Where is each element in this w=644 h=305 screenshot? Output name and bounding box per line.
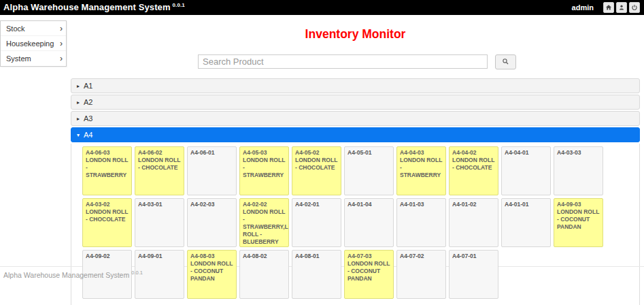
menu-item-label: System (6, 54, 31, 63)
location-cell-A4-09-03[interactable]: A4-09-03 LONDON ROLL - COCONUT PANDAN (554, 198, 603, 247)
cell-product-name: LONDON ROLL - STRAWBERRY (243, 157, 286, 179)
location-cell-A4-03-02[interactable]: A4-03-02 LONDON ROLL - CHOCOLATE (82, 198, 132, 247)
location-cell-A4-06-03[interactable]: A4-06-03 LONDON ROLL - STRAWBERRY (82, 146, 132, 195)
cell-location-code: A4-08-01 (295, 253, 338, 260)
cell-product-name: LONDON ROLL - STRAWBERRY,LONDON ROLL - B… (243, 208, 286, 246)
search-button[interactable] (495, 54, 516, 69)
sidebar-item-housekeeping[interactable]: Housekeeping › (1, 36, 66, 51)
cell-location-code: A4-02-01 (295, 201, 338, 208)
location-cell-A4-02-01[interactable]: A4-02-01 (292, 198, 341, 247)
location-cell-A4-01-01[interactable]: A4-01-01 (501, 198, 551, 247)
cell-location-code: A4-07-03 (348, 253, 390, 260)
cell-product-name: LONDON ROLL - CHOCOLATE (295, 157, 338, 172)
cell-location-code: A4-07-01 (452, 253, 495, 260)
cell-location-code: A4-04-01 (505, 149, 547, 157)
caret-icon: ▸ (77, 99, 80, 106)
accordion-label: A3 (84, 114, 92, 123)
cell-location-code: A4-06-03 (86, 149, 129, 157)
footer-title-text: Alpha Warehouse Management System (3, 271, 129, 279)
footer-title: Alpha Warehouse Management System0.0.1 (3, 270, 143, 279)
location-cell-A4-04-03[interactable]: A4-04-03 LONDON ROLL - STRAWBERRY (396, 146, 446, 195)
rack-accordion: ▸ A1 ▸ A2 ▸ A3 ▾ A4 A4-06-03 LONDON ROLL… (71, 78, 640, 305)
cell-location-code: A4-09-03 (557, 201, 600, 208)
accordion-header-a4[interactable]: ▾ A4 (71, 127, 640, 142)
sidebar-menu: Stock › Housekeeping › System › (0, 20, 67, 67)
user-icon (618, 4, 625, 11)
accordion-header-a3[interactable]: ▸ A3 (71, 111, 640, 126)
user-button[interactable] (616, 2, 627, 13)
cell-location-code: A4-05-03 (243, 149, 286, 157)
home-button[interactable] (603, 2, 614, 13)
accordion-label: A1 (84, 82, 92, 90)
location-cell-A4-08-02[interactable]: A4-08-02 (239, 250, 289, 299)
topbar-right: admin (572, 2, 640, 13)
caret-icon: ▸ (77, 116, 80, 122)
location-cell-A4-07-01[interactable]: A4-07-01 (449, 250, 498, 299)
location-cell-A4-04-01[interactable]: A4-04-01 (501, 146, 551, 195)
location-cell-A4-06-01[interactable]: A4-06-01 (187, 146, 237, 195)
cell-product-name: LONDON ROLL - STRAWBERRY (86, 157, 129, 179)
cell-product-name: LONDON ROLL - COCONUT PANDAN (557, 208, 600, 231)
sidebar-item-system[interactable]: System › (1, 51, 66, 66)
caret-icon: ▸ (77, 83, 80, 89)
cell-location-code: A4-01-04 (348, 201, 390, 208)
cell-location-code: A4-05-02 (295, 149, 338, 157)
cell-location-code: A4-03-03 (557, 149, 600, 157)
accordion-header-a2[interactable]: ▸ A2 (71, 95, 640, 110)
accordion-label: A2 (84, 98, 92, 106)
location-cell-A4-08-03[interactable]: A4-08-03 LONDON ROLL - COCONUT PANDAN (187, 250, 237, 299)
cell-location-code: A4-03-01 (138, 201, 181, 208)
chevron-right-icon: › (60, 55, 63, 62)
cell-location-code: A4-04-03 (400, 149, 443, 157)
chevron-right-icon: › (60, 40, 63, 47)
cell-location-code: A4-06-02 (138, 149, 181, 157)
rack-a4-panel-body: A4-06-03 LONDON ROLL - STRAWBERRY A4-06-… (71, 144, 640, 305)
location-cell-A4-01-02[interactable]: A4-01-02 (449, 198, 498, 247)
cell-location-code: A4-03-02 (86, 201, 129, 208)
location-cell-A4-06-02[interactable]: A4-06-02 LONDON ROLL - CHOCOLATE (135, 146, 184, 195)
cell-location-code: A4-02-02 (243, 201, 286, 208)
location-cell-A4-01-04[interactable]: A4-01-04 (344, 198, 394, 247)
accordion-label: A4 (84, 131, 92, 139)
search-input[interactable] (198, 54, 488, 69)
location-cell-A4-07-02[interactable]: A4-07-02 (396, 250, 446, 299)
location-cell-A4-05-02[interactable]: A4-05-02 LONDON ROLL - CHOCOLATE (292, 146, 341, 195)
caret-icon: ▾ (77, 132, 80, 138)
page-title: Inventory Monitor (71, 27, 640, 42)
cell-product-name: LONDON ROLL - CHOCOLATE (138, 157, 181, 172)
cell-location-code: A4-04-02 (452, 149, 495, 157)
app-version: 0.0.1 (173, 2, 185, 8)
location-cell-A4-03-03[interactable]: A4-03-03 (554, 146, 603, 195)
menu-item-label: Stock (6, 25, 25, 33)
location-cell-A4-05-03[interactable]: A4-05-03 LONDON ROLL - STRAWBERRY (239, 146, 289, 195)
menu-item-label: Housekeeping (6, 39, 54, 48)
location-cell-A4-03-01[interactable]: A4-03-01 (135, 198, 184, 247)
magnifier-icon (502, 56, 509, 68)
location-cell-A4-01-03[interactable]: A4-01-03 (396, 198, 446, 247)
cell-product-name: LONDON ROLL - STRAWBERRY (400, 157, 443, 179)
accordion-headers: ▸ A1 ▸ A2 ▸ A3 ▾ A4 (71, 78, 640, 142)
location-cell-A4-05-01[interactable]: A4-05-01 (344, 146, 394, 195)
username: admin (572, 3, 594, 12)
cell-location-code: A4-06-01 (190, 149, 233, 157)
cell-product-name: LONDON ROLL - COCONUT PANDAN (190, 260, 233, 283)
location-cell-A4-02-03[interactable]: A4-02-03 (187, 198, 237, 247)
cell-location-code: A4-09-01 (138, 253, 181, 260)
cell-location-code: A4-08-03 (190, 253, 233, 260)
location-cell-A4-04-02[interactable]: A4-04-02 LONDON ROLL - CHOCOLATE (449, 146, 498, 195)
cell-location-code: A4-02-03 (190, 201, 233, 208)
cell-location-code: A4-05-01 (348, 149, 390, 157)
power-button[interactable] (629, 2, 640, 13)
location-cell-A4-02-02[interactable]: A4-02-02 LONDON ROLL - STRAWBERRY,LONDON… (239, 198, 289, 247)
location-cell-A4-07-03[interactable]: A4-07-03 LONDON ROLL - COCONUT PANDAN (344, 250, 394, 299)
chevron-right-icon: › (60, 25, 63, 32)
cell-product-name: LONDON ROLL - COCONUT PANDAN (348, 260, 390, 283)
cell-location-code: A4-01-03 (400, 201, 443, 208)
cell-location-code: A4-07-02 (400, 253, 443, 260)
cell-location-code: A4-01-02 (452, 201, 495, 208)
sidebar-item-stock[interactable]: Stock › (1, 21, 66, 36)
accordion-header-a1[interactable]: ▸ A1 (71, 78, 640, 93)
cell-product-name: LONDON ROLL - CHOCOLATE (452, 157, 495, 172)
location-cell-A4-08-01[interactable]: A4-08-01 (292, 250, 341, 299)
home-icon (605, 4, 612, 11)
